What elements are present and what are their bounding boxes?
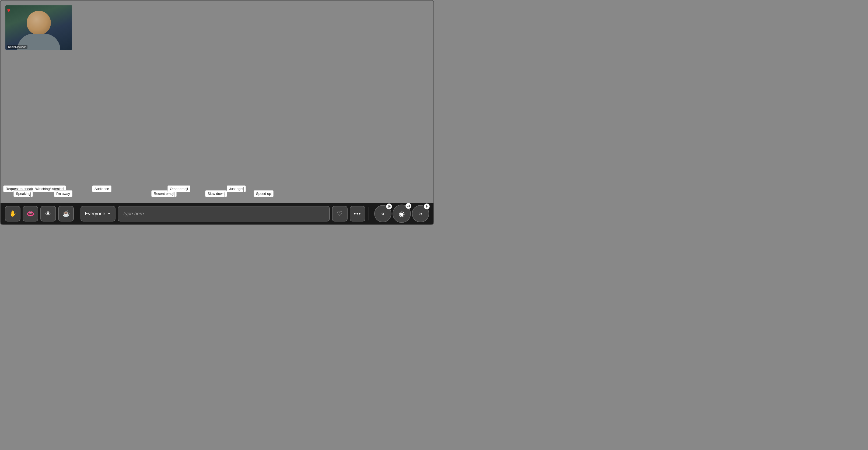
video-face <box>5 5 72 50</box>
speed-up-button[interactable]: » 9 <box>412 205 429 222</box>
dropdown-arrow-icon: ▼ <box>107 212 111 216</box>
watching-button[interactable]: 👁 <box>40 206 56 222</box>
just-right-button[interactable]: ◉ 24 <box>393 204 411 223</box>
message-input[interactable]: Type here... <box>118 206 330 222</box>
tooltip-watching-listening: Watching/listening <box>33 186 66 192</box>
just-right-badge: 24 <box>405 203 411 209</box>
record-icon: ◉ <box>399 210 405 218</box>
main-area: Daniel Jackson ♥ Request to speak Speaki… <box>1 1 433 224</box>
toolbar: ✋ 👄 👁 ☕ Everyone ▼ Type here... ♡ <box>1 203 433 224</box>
tooltip-im-away: I'm away <box>54 190 72 197</box>
tooltip-request-to-speak: Request to speak <box>3 186 35 192</box>
heart-icon: ♡ <box>337 210 343 218</box>
speaker-name: Daniel Jackson <box>7 45 27 49</box>
speaking-button[interactable]: 👄 <box>23 206 38 222</box>
heart-overlay-icon: ♥ <box>7 7 10 14</box>
next-icon: » <box>419 210 422 217</box>
lips-icon: 👄 <box>26 210 35 218</box>
speed-controls: « 16 ◉ 24 » 9 <box>374 204 429 223</box>
slow-down-badge: 16 <box>386 203 392 210</box>
tooltip-other-emoji: Other emoji <box>167 186 190 192</box>
tooltip-slow-down: Slow down <box>205 190 227 197</box>
everyone-label: Everyone <box>85 211 105 217</box>
eye-icon: 👁 <box>45 210 51 217</box>
ellipsis-icon: ••• <box>354 211 361 217</box>
cup-icon: ☕ <box>62 210 70 217</box>
more-emoji-button[interactable]: ••• <box>350 206 365 222</box>
request-to-speak-button[interactable]: ✋ <box>5 206 21 222</box>
tooltip-just-right: Just right <box>227 186 246 192</box>
everyone-dropdown[interactable]: Everyone ▼ <box>81 206 116 222</box>
tooltip-audience: Audience <box>92 186 112 192</box>
toolbar-separator-2 <box>369 207 369 220</box>
tooltip-speed-up: Speed up <box>254 190 274 197</box>
away-button[interactable]: ☕ <box>58 206 74 222</box>
tooltip-speaking: Speaking <box>13 190 33 197</box>
prev-icon: « <box>381 210 384 217</box>
speed-up-badge: 9 <box>424 203 430 210</box>
slow-down-button[interactable]: « 16 <box>374 205 392 222</box>
video-thumbnail: Daniel Jackson <box>5 5 72 50</box>
tooltip-recent-emoji: Recent emoji <box>151 190 177 197</box>
heart-reaction-button[interactable]: ♡ <box>332 206 348 222</box>
message-placeholder: Type here... <box>123 211 148 217</box>
hand-icon: ✋ <box>9 210 17 217</box>
